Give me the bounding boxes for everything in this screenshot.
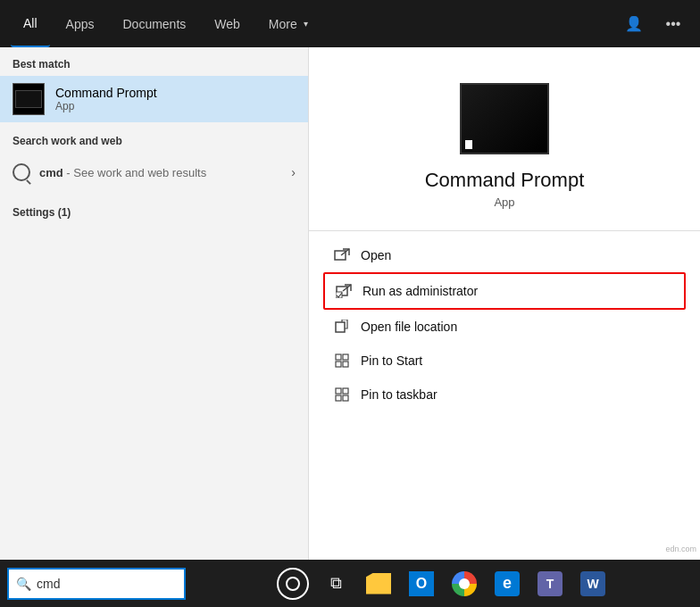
search-circle-icon	[12, 163, 30, 181]
search-web-section: cmd - See work and web results ›	[0, 153, 308, 192]
command-prompt-large-icon	[460, 83, 549, 154]
app-title-large: Command Prompt	[425, 169, 585, 192]
ellipsis-icon: •••	[666, 16, 681, 32]
search-web-section-label: Search work and web	[0, 124, 308, 153]
task-view-button[interactable]: ⧉	[316, 564, 355, 603]
pin-taskbar-label: Pin to taskbar	[361, 387, 438, 402]
taskbar-search-text: cmd	[37, 577, 60, 591]
outlook-button[interactable]: O	[402, 564, 441, 603]
svg-rect-7	[343, 354, 348, 360]
pin-start-label: Pin to Start	[361, 353, 422, 368]
taskbar-search-icon: 🔍	[16, 577, 31, 591]
cursor-icon	[465, 140, 472, 149]
file-explorer-button[interactable]	[359, 564, 398, 603]
action-pin-taskbar[interactable]: Pin to taskbar	[323, 378, 686, 412]
windows-start-button[interactable]	[273, 564, 312, 603]
left-panel: Best match Command Prompt App Search wor…	[0, 47, 308, 607]
pin-start-icon	[334, 353, 350, 369]
command-prompt-icon	[12, 83, 45, 115]
pin-taskbar-icon	[334, 387, 350, 403]
search-arrow-icon: ›	[291, 165, 296, 179]
file-location-icon	[334, 319, 350, 335]
open-label: Open	[361, 248, 391, 262]
app-type-label: App	[494, 195, 514, 209]
top-nav-bar: All Apps Documents Web More ▾ 👤 •••	[0, 0, 700, 47]
tab-more[interactable]: More ▾	[256, 0, 321, 47]
svg-rect-8	[336, 362, 341, 367]
settings-label: Settings (1)	[0, 195, 308, 224]
taskbar: 🔍 cmd ⧉ O	[0, 560, 700, 607]
account-icon: 👤	[625, 15, 643, 32]
action-pin-start[interactable]: Pin to Start	[323, 344, 686, 378]
tab-web[interactable]: Web	[202, 0, 253, 47]
svg-rect-9	[343, 362, 348, 367]
svg-rect-13	[343, 395, 348, 401]
word-button[interactable]: W	[573, 564, 612, 603]
tab-documents[interactable]: Documents	[110, 0, 198, 47]
open-icon	[334, 247, 350, 263]
nav-right-icons: 👤 •••	[618, 8, 689, 40]
tab-apps[interactable]: Apps	[54, 0, 107, 47]
watermark: edn.com	[665, 545, 696, 553]
edge-button[interactable]: e	[488, 564, 527, 603]
teams-icon: T	[538, 571, 562, 596]
edge-icon: e	[495, 571, 520, 596]
search-web-item-cmd[interactable]: cmd - See work and web results ›	[0, 156, 308, 188]
svg-rect-6	[336, 354, 341, 360]
run-admin-label: Run as administrator	[362, 284, 478, 298]
chrome-button[interactable]	[445, 564, 484, 603]
teams-button[interactable]: T	[530, 564, 570, 603]
best-match-item-command-prompt[interactable]: Command Prompt App	[0, 76, 308, 122]
best-match-subtitle: App	[55, 100, 157, 112]
main-content: Best match Command Prompt App Search wor…	[0, 47, 700, 607]
windows-inner-circle	[286, 577, 300, 591]
svg-rect-10	[336, 388, 341, 394]
word-icon: W	[580, 571, 605, 596]
run-admin-icon	[336, 283, 352, 299]
svg-rect-12	[336, 395, 341, 401]
settings-section: Settings (1)	[0, 192, 308, 228]
outlook-icon: O	[409, 571, 434, 596]
file-location-label: Open file location	[361, 320, 457, 334]
task-view-icon: ⧉	[330, 574, 342, 593]
svg-rect-0	[335, 251, 346, 260]
tab-all[interactable]: All	[11, 0, 50, 47]
search-web-text: cmd - See work and web results	[39, 166, 206, 179]
action-list: Open Run as administrator	[309, 238, 700, 412]
best-match-text-block: Command Prompt App	[55, 86, 157, 112]
best-match-title: Command Prompt	[55, 86, 157, 100]
taskbar-search-box[interactable]: 🔍 cmd	[7, 568, 186, 600]
search-query: cmd	[39, 166, 63, 179]
account-icon-button[interactable]: 👤	[618, 8, 650, 40]
action-run-as-admin[interactable]: Run as administrator	[323, 272, 686, 310]
search-suffix: - See work and web results	[66, 166, 206, 179]
chevron-down-icon: ▾	[304, 19, 308, 29]
chrome-icon	[452, 571, 477, 596]
svg-rect-5	[336, 322, 345, 332]
action-open-file-location[interactable]: Open file location	[323, 310, 686, 344]
file-explorer-icon	[366, 573, 391, 595]
ellipsis-menu-button[interactable]: •••	[657, 8, 689, 40]
svg-rect-11	[343, 388, 348, 394]
best-match-label: Best match	[0, 47, 308, 76]
action-divider	[309, 230, 700, 231]
right-panel: Command Prompt App Open	[308, 47, 700, 607]
windows-circle-icon	[277, 568, 309, 600]
taskbar-center-icons: ⧉ O e T W	[273, 564, 612, 603]
action-open[interactable]: Open	[323, 238, 686, 272]
cmd-icon-inner	[15, 90, 42, 108]
